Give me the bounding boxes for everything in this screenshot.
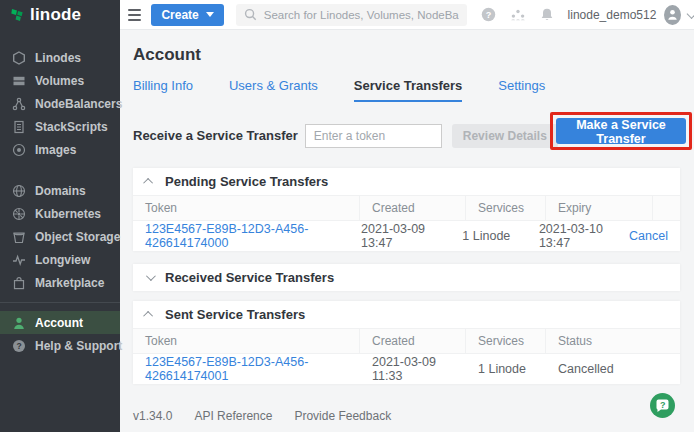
token-link[interactable]: 123E4567-E89B-12D3-A456-426614174000 <box>145 222 308 250</box>
sidebar-item-label: Longview <box>35 253 90 267</box>
create-button[interactable]: Create <box>151 4 223 26</box>
sidebar-item-label: Linodes <box>35 51 81 65</box>
token-input[interactable] <box>305 124 442 148</box>
sidebar-item-nodebalancers[interactable]: NodeBalancers <box>0 92 120 115</box>
review-details-button[interactable]: Review Details <box>452 124 558 148</box>
chevron-down-icon <box>206 12 214 17</box>
status-cell: Cancelled <box>546 362 680 376</box>
sidebar-item-account[interactable]: Account <box>0 311 120 334</box>
avatar[interactable] <box>664 5 681 25</box>
linode-cloud-manager: linode Linodes Volumes NodeBalancers Sta… <box>0 0 694 432</box>
received-transfers-section: Received Service Transfers <box>133 264 680 291</box>
page-title: Account <box>133 45 680 65</box>
chevron-down-icon[interactable] <box>687 8 694 19</box>
linode-logo[interactable]: linode <box>0 0 120 30</box>
topbar: Create ? linode_demo512 <box>120 0 694 30</box>
sidebar-nav: Linodes Volumes NodeBalancers StackScrip… <box>0 30 120 357</box>
column-header-created: Created <box>360 196 466 220</box>
images-icon <box>12 143 26 157</box>
sidebar-item-object-storage[interactable]: Object Storage <box>0 225 120 248</box>
sidebar-item-label: NodeBalancers <box>35 97 122 111</box>
expiry-cell: 2021-03-10 13:47 <box>527 222 629 250</box>
search-input[interactable] <box>264 9 459 21</box>
svg-text:?: ? <box>485 10 491 20</box>
sidebar-item-volumes[interactable]: Volumes <box>0 69 120 92</box>
column-header-token: Token <box>133 196 360 220</box>
sidebar-item-images[interactable]: Images <box>0 138 120 161</box>
section-title: Sent Service Transfers <box>165 307 305 322</box>
tabs: Billing Info Users & Grants Service Tran… <box>133 78 680 102</box>
received-section-header[interactable]: Received Service Transfers <box>133 264 680 291</box>
table-row: 123E4567-E89B-12D3-A456-426614174000 202… <box>133 221 680 251</box>
receive-transfer-label: Receive a Service Transfer <box>133 128 298 143</box>
section-title: Pending Service Transfers <box>165 174 328 189</box>
longview-pulse-icon <box>12 253 26 267</box>
section-title: Received Service Transfers <box>165 270 334 285</box>
sidebar-item-label: Marketplace <box>35 276 104 290</box>
provide-feedback-link[interactable]: Provide Feedback <box>294 409 391 423</box>
global-search[interactable] <box>236 4 467 26</box>
logo-text: linode <box>30 5 81 25</box>
sidebar-item-label: StackScripts <box>35 120 108 134</box>
marketplace-bag-icon <box>12 276 26 290</box>
username[interactable]: linode_demo512 <box>568 8 657 22</box>
sent-section-header[interactable]: Sent Service Transfers <box>133 301 680 328</box>
sidebar-item-marketplace[interactable]: Marketplace <box>0 271 120 294</box>
pending-transfers-section: Pending Service Transfers Token Created … <box>133 168 680 251</box>
tab-settings[interactable]: Settings <box>498 78 545 102</box>
hamburger-menu-icon[interactable] <box>128 6 141 24</box>
cancel-link[interactable]: Cancel <box>629 229 668 243</box>
tab-billing-info[interactable]: Billing Info <box>133 78 193 102</box>
account-person-icon <box>12 316 26 330</box>
sidebar-item-stackscripts[interactable]: StackScripts <box>0 115 120 138</box>
sidebar-item-label: Images <box>35 143 76 157</box>
sidebar: linode Linodes Volumes NodeBalancers Sta… <box>0 0 120 432</box>
nodebalancers-icon <box>12 97 26 111</box>
help-circle-icon[interactable]: ? <box>481 7 496 22</box>
column-header-token: Token <box>133 329 360 353</box>
tab-service-transfers[interactable]: Service Transfers <box>354 78 462 102</box>
sidebar-item-label: Domains <box>35 184 86 198</box>
svg-text:?: ? <box>660 400 666 410</box>
main-content: Account Billing Info Users & Grants Serv… <box>120 30 694 432</box>
tab-users-grants[interactable]: Users & Grants <box>229 78 318 102</box>
services-cell: 1 Linode <box>450 229 527 243</box>
domains-globe-icon <box>12 184 26 198</box>
sent-table-header: Token Created Services Status <box>133 328 680 354</box>
api-reference-link[interactable]: API Reference <box>194 409 272 423</box>
notifications-bell-icon[interactable] <box>540 7 554 22</box>
help-circle-icon: ? <box>12 339 26 353</box>
pending-table-header: Token Created Services Expiry <box>133 195 680 221</box>
column-header-services: Services <box>466 196 546 220</box>
sidebar-item-label: Volumes <box>35 74 84 88</box>
chevron-up-icon <box>143 311 153 321</box>
sidebar-item-label: Help & Support <box>35 339 122 353</box>
footer: v1.34.0 API Reference Provide Feedback <box>133 409 391 423</box>
sent-transfers-section: Sent Service Transfers Token Created Ser… <box>133 301 680 384</box>
sidebar-item-label: Account <box>35 316 83 330</box>
sidebar-divider <box>0 302 120 303</box>
stackscripts-icon <box>12 120 26 134</box>
sidebar-item-help-support[interactable]: ? Help & Support <box>0 334 120 357</box>
make-service-transfer-button[interactable]: Make a Service Transfer <box>556 118 686 144</box>
token-link[interactable]: 123E4567-E89B-12D3-A456-426614174001 <box>145 355 308 383</box>
help-chat-button[interactable]: ? <box>649 392 676 419</box>
chevron-up-icon <box>143 178 153 188</box>
sidebar-item-linodes[interactable]: Linodes <box>0 46 120 69</box>
create-button-label: Create <box>161 8 198 22</box>
pending-section-header[interactable]: Pending Service Transfers <box>133 168 680 195</box>
search-icon <box>244 8 257 21</box>
sidebar-item-label: Kubernetes <box>35 207 101 221</box>
chevron-down-icon <box>146 271 156 281</box>
column-header-created: Created <box>360 329 466 353</box>
sidebar-item-domains[interactable]: Domains <box>0 179 120 202</box>
sidebar-item-kubernetes[interactable]: Kubernetes <box>0 202 120 225</box>
bucket-icon <box>12 230 26 244</box>
community-icon[interactable] <box>510 7 526 22</box>
sidebar-item-label: Object Storage <box>35 230 120 244</box>
sidebar-item-longview[interactable]: Longview <box>0 248 120 271</box>
volumes-icon <box>12 74 26 88</box>
kubernetes-icon <box>12 207 26 221</box>
svg-text:?: ? <box>16 341 21 351</box>
linode-logo-icon <box>10 8 24 22</box>
